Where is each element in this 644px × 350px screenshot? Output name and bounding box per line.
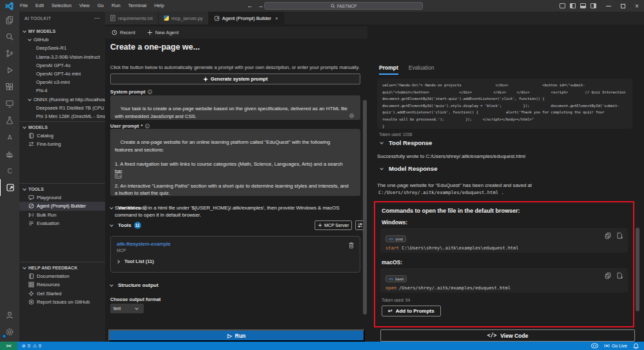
extensions-icon[interactable]	[0, 79, 19, 95]
tool-list-toggle[interactable]: Tool List (11)	[117, 258, 354, 264]
tree-model-deepseek-distilled[interactable]: Deepseek R1 Distilled 7B (CPU - Sm...	[19, 104, 105, 112]
tree-fine-tuning[interactable]: Fine-tuning	[19, 140, 105, 148]
more-actions-icon[interactable]: ⋯	[94, 15, 100, 21]
menu-edit[interactable]: Edit	[32, 0, 48, 12]
model-response-header[interactable]: Model Response	[380, 165, 438, 172]
azure-icon[interactable]: A	[0, 129, 19, 146]
view-code-button[interactable]: </> View Code	[380, 329, 635, 342]
dotnet-icon[interactable]: C	[0, 162, 19, 179]
close-tab-icon[interactable]: ×	[275, 15, 278, 21]
tools-section-header[interactable]: Tools 11	[110, 222, 141, 229]
user-prompt-input[interactable]: Create a one-page website for an online …	[110, 129, 360, 196]
tree-evaluation[interactable]: Evaluation	[19, 219, 105, 228]
tree-model-gpt4o-mini[interactable]: OpenAI GPT-4o mini	[19, 70, 105, 78]
macos-command-block[interactable]: <>bash open /Users/shrey/.aitk/examples/…	[380, 268, 628, 293]
tree-model-deepseek-r1[interactable]: DeepSeek-R1	[19, 44, 105, 52]
recent-button[interactable]: Recent	[112, 30, 135, 35]
generate-system-prompt-button[interactable]: Generate system prompt	[110, 73, 360, 84]
bell-icon[interactable]	[633, 343, 639, 349]
section-help-feedback[interactable]: HELP AND FEEDBACK	[19, 264, 105, 272]
tab-requirements-txt[interactable]: requirements.txt	[105, 12, 159, 24]
errors-status[interactable]: ⊘ 0	[22, 344, 30, 349]
variables-section-header[interactable]: Variables	[110, 205, 148, 211]
tab-evaluation[interactable]: Evaluation	[409, 64, 434, 75]
cmd-language-badge: <>cmd	[385, 235, 406, 242]
tree-model-llama[interactable]: Llama-3.2-90B-Vision-Instruct	[19, 53, 105, 61]
tree-model-o3-mini[interactable]: OpenAI o3-mini	[19, 78, 105, 86]
section-my-models[interactable]: MY MODELS	[19, 27, 105, 35]
add-to-prompts-button[interactable]: ↩ Add to Prompts	[382, 306, 441, 316]
add-mcp-server-button[interactable]: MCP Server	[315, 220, 352, 230]
customize-layout-icon[interactable]	[558, 0, 567, 12]
attach-image-icon[interactable]	[115, 159, 123, 193]
tree-model-phi4[interactable]: Phi-4	[19, 86, 105, 95]
menu-view[interactable]: View	[75, 0, 93, 12]
left-panel-scrollbar[interactable]	[363, 100, 367, 315]
insert-into-file-icon[interactable]	[616, 232, 623, 239]
tree-github[interactable]: GitHub	[19, 35, 105, 44]
run-debug-icon[interactable]	[0, 62, 19, 79]
tree-onnx[interactable]: ONNX (Running at http://localhost:5...	[19, 95, 105, 104]
output-format-select[interactable]: text	[110, 304, 144, 313]
command-search-input[interactable]: FASTMCP	[264, 2, 423, 10]
section-models[interactable]: MODELS	[19, 123, 105, 131]
remote-indicator[interactable]: ><	[0, 342, 17, 350]
menu-terminal[interactable]: Terminal	[124, 0, 150, 12]
tree-agent-prompt-builder[interactable]: Agent (Prompt) Builder	[19, 202, 105, 210]
tree-report-issues[interactable]: Report Issues on GitHub	[19, 298, 105, 306]
minimize-button[interactable]	[604, 0, 613, 12]
tree-get-started[interactable]: Get Started	[19, 289, 105, 298]
section-tools[interactable]: TOOLS	[19, 185, 105, 193]
menu-run[interactable]: Run	[108, 0, 124, 12]
prompt-code-block[interactable]: value=\"Hands-On\"> Hands-on projects </…	[377, 79, 632, 129]
tab-prompt[interactable]: Prompt	[379, 64, 398, 75]
testing-beaker-icon[interactable]	[0, 112, 19, 129]
ai-toolkit-icon[interactable]	[0, 179, 19, 196]
forward-icon[interactable]: →	[258, 3, 264, 9]
warning-icon: ⚠	[33, 344, 37, 349]
code-icon: <>	[389, 237, 393, 241]
tree-bulk-run[interactable]: Bulk Run	[19, 211, 105, 219]
copy-icon[interactable]	[605, 232, 611, 239]
toggle-primary-sidebar-icon[interactable]	[568, 0, 577, 12]
run-button[interactable]: ▷ Run	[108, 329, 365, 342]
tab-agent-prompt-builder[interactable]: Agent (Prompt) Builder ×	[209, 12, 284, 24]
toggle-secondary-sidebar-icon[interactable]	[589, 0, 598, 12]
docker-icon[interactable]	[0, 146, 19, 162]
tree-model-gpt4o[interactable]: OpenAI GPT-4o	[19, 61, 105, 70]
tree-documentation[interactable]: Documentation	[19, 272, 105, 280]
copilot-status-icon[interactable]	[591, 343, 598, 349]
windows-command-block[interactable]: <>cmd start C:\Users\shrey\.aitk\example…	[380, 228, 628, 253]
system-prompt-gear-icon[interactable]	[349, 98, 357, 133]
toggle-panel-icon[interactable]	[578, 0, 587, 12]
back-icon[interactable]: ←	[247, 3, 253, 9]
close-button[interactable]: ×	[632, 0, 641, 12]
tree-model-phi3-mini[interactable]: Phi 3 Mini 128K (DirectML - Small, ...	[19, 112, 105, 121]
restore-button[interactable]	[618, 0, 627, 12]
copy-icon[interactable]	[605, 272, 611, 279]
warnings-status[interactable]: ⚠ 0	[33, 344, 41, 349]
delete-tool-icon[interactable]	[348, 242, 355, 249]
insert-into-file-icon[interactable]	[616, 272, 623, 279]
right-panel-scrollbar[interactable]	[636, 228, 639, 311]
explorer-icon[interactable]	[0, 12, 19, 28]
tree-catalog[interactable]: Catalog	[19, 131, 105, 140]
menu-help[interactable]: Help	[150, 0, 168, 12]
tab-mcp-server-py[interactable]: mcp_server.py	[159, 12, 209, 24]
menu-go[interactable]: Go	[93, 0, 108, 12]
accounts-icon[interactable]	[0, 307, 19, 324]
structure-output-header[interactable]: Structure output	[110, 282, 159, 288]
remote-explorer-icon[interactable]	[0, 95, 19, 112]
new-agent-button[interactable]: New Agent	[147, 30, 179, 35]
system-prompt-input[interactable]: Your task is to create a one-page websit…	[110, 95, 360, 120]
tree-resources[interactable]: Resources	[19, 280, 105, 289]
go-live-button[interactable]: Go Live	[604, 343, 627, 349]
menu-selection[interactable]: Selection	[48, 0, 75, 12]
tool-card-name-link[interactable]: aitk-filesystem-example	[117, 241, 354, 247]
search-sidebar-icon[interactable]	[0, 28, 19, 45]
menu-file[interactable]: File	[16, 0, 32, 12]
tree-playground[interactable]: Playground	[19, 193, 105, 202]
info-icon	[143, 206, 148, 210]
tool-response-header[interactable]: Tool Response	[380, 139, 432, 146]
source-control-icon[interactable]	[0, 45, 19, 62]
